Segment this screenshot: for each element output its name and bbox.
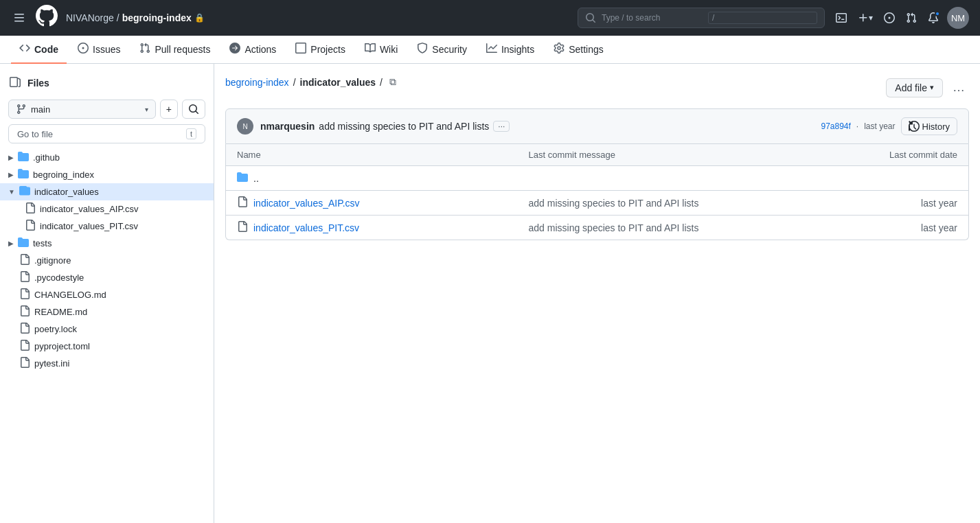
tab-security-label: Security bbox=[432, 44, 467, 55]
branch-chevron-icon: ▾ bbox=[145, 106, 148, 113]
folder-icon bbox=[18, 168, 29, 181]
tab-actions[interactable]: Actions bbox=[221, 36, 284, 64]
commit-author[interactable]: nmarquesin bbox=[260, 121, 315, 132]
file-sidebar: Files main ▾ + Go to file t ▶ bbox=[0, 64, 214, 523]
tree-item-label: .gitignore bbox=[34, 255, 71, 266]
tab-pull-requests[interactable]: Pull requests bbox=[131, 36, 218, 64]
file-commit-msg-pit: add missing species to PIT and API lists bbox=[529, 222, 821, 233]
file-icon bbox=[25, 220, 36, 233]
tree-item-gitignore[interactable]: .gitignore bbox=[0, 252, 214, 269]
file-row-pit: indicator_values_PIT.csv add missing spe… bbox=[226, 216, 968, 240]
tree-item-indicator-values[interactable]: ▼ indicator_values bbox=[0, 183, 214, 200]
security-icon bbox=[417, 43, 428, 56]
wiki-icon bbox=[365, 43, 376, 56]
tab-actions-label: Actions bbox=[244, 44, 276, 55]
tab-projects-label: Projects bbox=[310, 44, 345, 55]
tab-issues[interactable]: Issues bbox=[69, 36, 128, 64]
notifications-button[interactable] bbox=[925, 10, 942, 26]
main-content: begroing-index / indicator_values / ⧉ Ad… bbox=[214, 64, 980, 523]
tree-item-label: pytest.ini bbox=[34, 358, 69, 369]
file-icon bbox=[237, 221, 248, 234]
commit-hash[interactable]: 97a894f bbox=[821, 121, 850, 131]
sidebar-header: Files bbox=[0, 72, 214, 97]
parent-dir-link[interactable]: .. bbox=[237, 172, 529, 185]
tree-item-readme[interactable]: README.md bbox=[0, 303, 214, 321]
more-options-button[interactable]: … bbox=[948, 79, 969, 96]
file-date-aip: last year bbox=[820, 198, 957, 209]
breadcrumb-repo-link[interactable]: begroing-index bbox=[225, 77, 289, 88]
search-placeholder: Type / to search bbox=[602, 13, 703, 23]
file-table-header: Name Last commit message Last commit dat… bbox=[226, 144, 968, 166]
file-icon bbox=[237, 196, 248, 209]
org-link[interactable]: NIVANorge bbox=[66, 12, 114, 23]
commit-info: nmarquesin add missing species to PIT an… bbox=[260, 121, 814, 132]
folder-icon bbox=[18, 237, 29, 250]
branch-selector[interactable]: main ▾ bbox=[8, 100, 156, 119]
pull-requests-icon bbox=[139, 43, 150, 56]
breadcrumb-separator: / bbox=[117, 12, 119, 23]
issues-button[interactable] bbox=[881, 10, 898, 26]
copy-path-button[interactable]: ⧉ bbox=[387, 75, 399, 89]
repo-name[interactable]: begroing-index bbox=[122, 12, 192, 23]
tree-item-label: tests bbox=[33, 238, 52, 248]
tab-settings[interactable]: Settings bbox=[545, 36, 612, 64]
branch-name: main bbox=[31, 104, 50, 115]
settings-icon bbox=[554, 43, 565, 56]
tree-item-poetry-lock[interactable]: poetry.lock bbox=[0, 321, 214, 338]
add-file-chevron-icon: ▾ bbox=[930, 83, 934, 92]
create-new-button[interactable]: ▾ bbox=[855, 10, 876, 26]
github-logo-icon[interactable] bbox=[36, 5, 58, 31]
tab-code[interactable]: Code bbox=[11, 36, 67, 64]
commit-header: N nmarquesin add missing species to PIT … bbox=[225, 108, 969, 144]
commit-date: last year bbox=[864, 121, 895, 131]
file-link-aip[interactable]: indicator_values_AIP.csv bbox=[237, 196, 529, 209]
tab-security[interactable]: Security bbox=[409, 36, 475, 64]
sidebar-toolbar: main ▾ + bbox=[0, 97, 214, 124]
tree-item-indicator-values-pit[interactable]: indicator_values_PIT.csv bbox=[0, 218, 214, 235]
go-to-file-button[interactable]: Go to file t bbox=[8, 124, 205, 143]
add-file-button[interactable]: Add file ▾ bbox=[886, 78, 943, 97]
tree-item-tests[interactable]: ▶ tests bbox=[0, 235, 214, 252]
user-avatar[interactable]: NM bbox=[947, 7, 969, 29]
tree-item-pytest-ini[interactable]: pytest.ini bbox=[0, 355, 214, 372]
tree-item-label: pyproject.toml bbox=[34, 341, 90, 351]
chevron-down-icon: ▼ bbox=[8, 188, 15, 196]
hamburger-button[interactable] bbox=[11, 10, 27, 26]
add-file-sidebar-button[interactable]: + bbox=[160, 100, 178, 119]
tree-item-github[interactable]: ▶ .github bbox=[0, 149, 214, 166]
tree-item-begroing-index[interactable]: ▶ begroing_index bbox=[0, 166, 214, 183]
add-file-label: Add file bbox=[895, 82, 927, 93]
tab-projects[interactable]: Projects bbox=[287, 36, 354, 64]
file-date-pit: last year bbox=[820, 222, 957, 233]
pull-requests-header-button[interactable] bbox=[903, 10, 920, 26]
actions-icon bbox=[229, 43, 240, 56]
search-files-button[interactable] bbox=[182, 100, 205, 119]
insights-icon bbox=[486, 43, 497, 56]
header: NIVANorge / begroing-index 🔒 Type / to s… bbox=[0, 0, 980, 36]
chevron-right-icon: ▶ bbox=[8, 240, 14, 247]
commit-separator: · bbox=[856, 121, 858, 131]
commit-ellipsis-button[interactable]: ··· bbox=[493, 121, 510, 132]
tree-item-changelog[interactable]: CHANGELOG.md bbox=[0, 286, 214, 303]
file-row-parent: .. bbox=[226, 166, 968, 191]
terminal-button[interactable] bbox=[833, 10, 850, 26]
commit-author-avatar: N bbox=[237, 118, 253, 135]
tab-wiki[interactable]: Wiki bbox=[356, 36, 406, 64]
commit-message: add missing species to PIT and API lists bbox=[319, 121, 489, 132]
tree-item-pycodestyle[interactable]: .pycodestyle bbox=[0, 269, 214, 286]
file-icon bbox=[19, 357, 30, 370]
global-search[interactable]: Type / to search / bbox=[578, 8, 825, 28]
tab-insights[interactable]: Insights bbox=[478, 36, 543, 64]
tree-item-label: CHANGELOG.md bbox=[34, 290, 106, 300]
tab-issues-label: Issues bbox=[93, 44, 120, 55]
history-button[interactable]: History bbox=[901, 117, 957, 135]
tree-item-label: begroing_index bbox=[33, 170, 94, 180]
file-link-pit[interactable]: indicator_values_PIT.csv bbox=[237, 221, 529, 234]
tab-code-label: Code bbox=[34, 44, 58, 55]
tree-item-pyproject[interactable]: pyproject.toml bbox=[0, 338, 214, 355]
file-icon bbox=[19, 340, 30, 353]
collapse-sidebar-button[interactable] bbox=[8, 75, 22, 91]
tree-item-indicator-values-aip[interactable]: indicator_values_AIP.csv bbox=[0, 200, 214, 218]
breadcrumb-sep: / bbox=[293, 77, 296, 88]
file-icon bbox=[19, 323, 30, 336]
